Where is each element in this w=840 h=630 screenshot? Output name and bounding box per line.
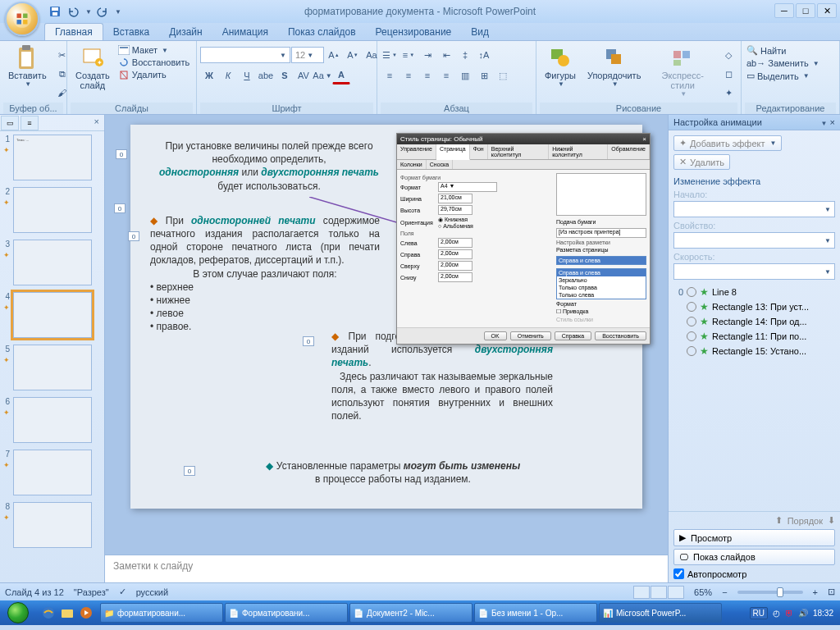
bullets-icon[interactable]: ☰▼ (381, 46, 399, 64)
slide-thumb-6[interactable] (13, 397, 92, 443)
strike-icon[interactable]: abe (257, 66, 275, 84)
slides-tab[interactable]: ▭ (1, 116, 19, 130)
undo-dropdown-icon[interactable]: ▼ (85, 8, 92, 16)
quick-styles-button[interactable]: Экспресс-стили▼ (647, 43, 718, 99)
dlg-pagelayout-list[interactable]: Справа и слева Зеркально Только справа Т… (556, 268, 646, 299)
slideshow-button[interactable]: 🖵 Показ слайдов (673, 549, 835, 565)
zoom-in-icon[interactable]: + (813, 587, 818, 597)
dlg-bottom-input[interactable]: 2,00см (438, 272, 472, 282)
font-family-combo[interactable]: ▼ (200, 47, 290, 63)
dlg-restore-button[interactable]: Восстановить (595, 331, 646, 340)
spacing-icon[interactable]: AV (294, 66, 313, 84)
effect-item[interactable]: ★Rectangle 13: При уст... (673, 299, 835, 314)
dlg-pagelayout-combo[interactable]: Справа и слева (556, 256, 646, 265)
anim-tag[interactable]: 0 (184, 466, 195, 476)
anim-tag[interactable]: 0 (114, 203, 126, 213)
layout-button[interactable]: Макет ▼ (116, 44, 191, 56)
lang-indicator[interactable]: RU (750, 607, 768, 619)
dlg-left-input[interactable]: 2,00см (438, 238, 472, 248)
find-button[interactable]: 🔍 Найти (745, 44, 788, 57)
line-spacing-icon[interactable]: ‡ (456, 46, 474, 64)
add-effect-button[interactable]: ✦ Добавить эффект ▼ (673, 135, 782, 151)
font-family-input[interactable] (204, 50, 278, 60)
slideshow-view-icon[interactable] (668, 586, 684, 599)
smartart-icon[interactable]: ⬚ (494, 66, 512, 84)
tab-review[interactable]: Рецензирование (366, 24, 462, 40)
shape-fill-icon[interactable]: ◇ (719, 46, 737, 64)
dlg-tab[interactable]: Обрамление (608, 144, 650, 159)
bold-icon[interactable]: Ж (200, 66, 218, 84)
task-item[interactable]: 📊 Microsoft PowerP... (599, 603, 722, 623)
dlg-tab[interactable]: Управление (397, 144, 436, 159)
slide-canvas[interactable]: 0 0 0 0 0 При установке величины полей п… (130, 125, 642, 509)
dlg-format-combo[interactable]: A4 ▼ (438, 182, 497, 192)
italic-icon[interactable]: К (219, 66, 237, 84)
zoom-out-icon[interactable]: − (722, 587, 727, 597)
select-button[interactable]: ▭ Выделить ▼ (745, 70, 811, 82)
slide-thumb-3[interactable] (13, 240, 92, 285)
slide-thumb-7[interactable] (13, 450, 92, 495)
speed-combo[interactable]: ▼ (673, 263, 835, 280)
clock[interactable]: 18:32 (813, 609, 833, 618)
shrink-font-icon[interactable]: A▼ (344, 46, 362, 64)
tray-volume-icon[interactable]: 🔊 (798, 609, 808, 618)
effect-item[interactable]: ★Rectangle 15: Устано... (673, 344, 835, 358)
grow-font-icon[interactable]: A▲ (325, 46, 343, 64)
dlg-tab[interactable]: Фон (470, 144, 488, 159)
task-item[interactable]: 📄 Документ2 - Mic... (349, 603, 472, 623)
notes-pane[interactable]: Заметки к слайду (105, 555, 668, 582)
effect-item[interactable]: ★Rectangle 14: При од... (673, 314, 835, 329)
reset-button[interactable]: Восстановить (116, 57, 191, 68)
text-direction-icon[interactable]: ↕A (475, 46, 493, 64)
preview-button[interactable]: ▶ Просмотр (673, 529, 835, 546)
tab-design[interactable]: Дизайн (159, 24, 212, 40)
shape-effects-icon[interactable]: ✦ (719, 84, 737, 102)
numbering-icon[interactable]: ≡▼ (399, 46, 418, 64)
language-status[interactable]: русский (136, 587, 168, 597)
effect-item[interactable]: 0★Line 8 (673, 285, 835, 299)
fit-icon[interactable]: ⊡ (828, 587, 835, 597)
office-button[interactable] (5, 2, 39, 36)
normal-view-icon[interactable] (633, 586, 650, 599)
decrease-indent-icon[interactable]: ⇤ (437, 46, 455, 64)
columns-icon[interactable]: ▥ (456, 66, 474, 84)
tab-view[interactable]: Вид (461, 24, 499, 40)
slide-thumb-8[interactable] (13, 502, 92, 548)
dlg-right-input[interactable]: 2,00см (438, 249, 472, 259)
qat-customize-icon[interactable]: ▼ (115, 8, 121, 16)
tray-icon[interactable]: ◴ (773, 609, 780, 618)
anim-tag[interactable]: 0 (303, 336, 314, 346)
task-item[interactable]: 📄 Форматировани... (225, 603, 348, 623)
dlg-tab[interactable]: Нижний колонтитул (549, 144, 608, 159)
justify-icon[interactable]: ≡ (437, 66, 455, 84)
align-left-icon[interactable]: ≡ (381, 66, 399, 84)
font-color-icon[interactable]: A (332, 66, 350, 84)
slide-thumb-4[interactable] (13, 292, 92, 338)
shadow-icon[interactable]: S (276, 66, 294, 84)
zoom-value[interactable]: 65% (694, 587, 712, 597)
new-slide-button[interactable]: ✦ Создать слайд (71, 43, 115, 92)
minimize-button[interactable]: ─ (774, 3, 794, 18)
replace-button[interactable]: ab→ Заменить ▼ (745, 57, 821, 69)
delete-button[interactable]: Удалить (116, 69, 191, 80)
dlg-tab[interactable]: Верхний колонтитул (488, 144, 549, 159)
shape-outline-icon[interactable]: ◻ (719, 65, 737, 83)
dlg-tab[interactable]: Страница (436, 144, 470, 160)
move-up-icon[interactable]: ⬆ (775, 515, 783, 526)
dlg-width-input[interactable]: 21,00см (438, 194, 472, 203)
tab-insert[interactable]: Вставка (103, 24, 160, 40)
font-size-combo[interactable]: 12▼ (291, 47, 324, 63)
slide-thumb-5[interactable] (13, 345, 92, 390)
explorer-icon[interactable] (58, 603, 76, 623)
dlg-tab[interactable]: Сноска (427, 160, 453, 169)
effect-item[interactable]: ★Rectangle 11: При по... (673, 329, 835, 344)
tab-animation[interactable]: Анимация (212, 24, 278, 40)
autopreview-checkbox[interactable]: Автопросмотр (673, 568, 835, 579)
zoom-slider[interactable] (737, 591, 803, 594)
slide-thumb-2[interactable] (13, 187, 92, 233)
align-text-icon[interactable]: ⊞ (475, 66, 493, 84)
media-icon[interactable] (77, 603, 95, 623)
dlg-cancel-button[interactable]: Отменить (510, 331, 551, 340)
redo-icon[interactable] (95, 4, 110, 19)
anim-tag[interactable]: 0 (128, 231, 139, 241)
